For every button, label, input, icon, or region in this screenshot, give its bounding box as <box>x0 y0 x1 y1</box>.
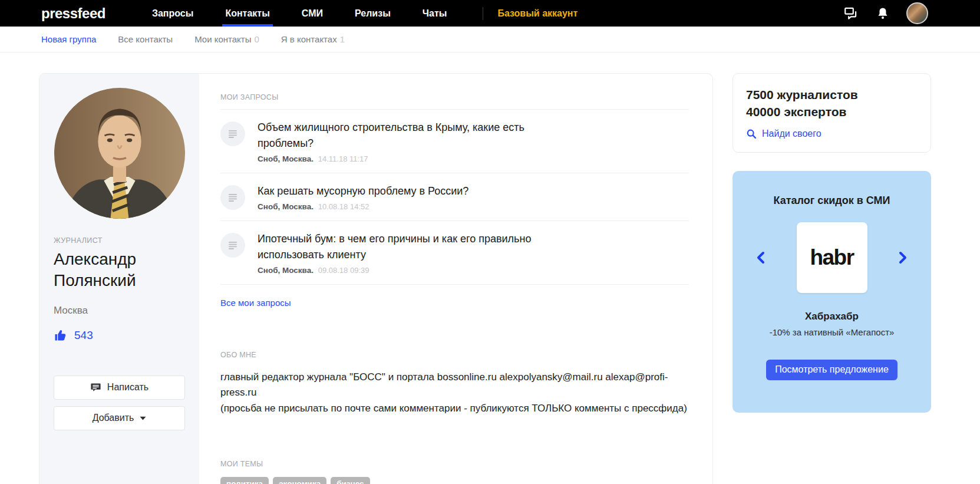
topic-tag[interactable]: бизнес <box>331 477 369 484</box>
search-icon <box>746 129 757 139</box>
profile-card: ЖУРНАЛИСТ Александр Полянский Москва 543 <box>39 73 713 484</box>
nav-item-requests[interactable]: Запросы <box>136 0 209 27</box>
subnav-count: 0 <box>255 34 259 44</box>
carousel-prev-button[interactable] <box>753 248 769 268</box>
profile-photo <box>54 88 185 219</box>
promo-logo-box[interactable]: habr <box>797 222 867 293</box>
add-button[interactable]: Добавить <box>54 406 185 430</box>
subnav-label: Новая группа <box>41 34 96 44</box>
request-date: 10.08.18 14:52 <box>318 202 369 211</box>
subnav-label: Все контакты <box>118 34 173 44</box>
topic-tag[interactable]: экономика <box>273 477 326 484</box>
request-content: Объем жилищного строительства в Крыму, к… <box>258 120 542 163</box>
request-content: Ипотечный бум: в чем его причины и как е… <box>258 231 542 275</box>
requests-section-title: МОИ ЗАПРОСЫ <box>220 93 689 101</box>
bio-line-2: (просьба не присылать по почте сами комм… <box>220 401 689 416</box>
promo-title: Каталог скидок в СМИ <box>745 195 918 207</box>
about-section: ОБО МНЕ главный редактор журнала "БОСС" … <box>220 351 689 416</box>
request-source: Сноб, Москва. <box>258 202 314 211</box>
request-item[interactable]: Как решать мусорную проблему в России? С… <box>220 173 689 221</box>
person-first-name: Александр <box>54 249 185 270</box>
nav-item-chats[interactable]: Чаты <box>407 0 463 27</box>
topic-tag[interactable]: политика <box>220 477 269 484</box>
find-yours-label: Найди своего <box>762 129 821 139</box>
subnav-in-contacts[interactable]: Я в контактах 1 <box>281 34 345 44</box>
stats-card: 7500 журналистов 40000 экспертов Найди с… <box>732 73 931 153</box>
request-date: 14.11.18 11:17 <box>318 154 368 163</box>
likes-count: 543 <box>74 329 93 342</box>
account-plan-link[interactable]: Базовый аккаунт <box>497 8 578 19</box>
page: pressfeed Запросы Контакты СМИ Релизы Ча… <box>0 0 980 484</box>
right-sidebar: 7500 журналистов 40000 экспертов Найди с… <box>732 73 931 413</box>
bell-icon[interactable] <box>875 5 891 22</box>
request-title: Ипотечный бум: в чем его причины и как е… <box>258 231 542 263</box>
topics-section-title: МОИ ТЕМЫ <box>220 460 689 468</box>
request-meta: Сноб, Москва. 14.11.18 11:17 <box>258 154 542 163</box>
person-name: Александр Полянский <box>54 249 185 292</box>
carousel-next-button[interactable] <box>895 248 911 268</box>
topbar-right <box>843 2 980 24</box>
find-yours-link[interactable]: Найди своего <box>746 129 919 139</box>
subnav-all-contacts[interactable]: Все контакты <box>118 34 173 44</box>
subnav-new-group[interactable]: Новая группа <box>41 34 96 44</box>
subnav-count: 1 <box>340 34 345 44</box>
user-avatar[interactable] <box>906 2 928 24</box>
subnav-my-contacts[interactable]: Мои контакты 0 <box>194 34 259 44</box>
add-button-label: Добавить <box>93 413 134 423</box>
top-navigation-bar: pressfeed Запросы Контакты СМИ Релизы Ча… <box>0 0 980 27</box>
topic-tags: политика экономика бизнес <box>220 477 689 484</box>
profile-column: ЖУРНАЛИСТ Александр Полянский Москва 543 <box>39 74 199 484</box>
profile-main-column: МОИ ЗАПРОСЫ Объем жилищного строительств… <box>199 74 712 484</box>
bio-line-1: главный редактор журнала "БОСС" и портал… <box>220 370 689 401</box>
habr-logo: habr <box>810 245 853 270</box>
promo-media-name: Хабрахабр <box>745 311 918 322</box>
stats-journalists: 7500 журналистов <box>746 87 919 104</box>
write-button-label: Написать <box>107 382 149 393</box>
request-source: Сноб, Москва. <box>258 154 314 163</box>
request-source: Сноб, Москва. <box>258 266 314 275</box>
nav-item-contacts[interactable]: Контакты <box>209 0 285 27</box>
nav-item-smi[interactable]: СМИ <box>286 0 339 27</box>
promo-offer-text: -10% за нативный «Мегапост» <box>745 327 918 337</box>
requests-list: Объем жилищного строительства в Крыму, к… <box>220 109 689 285</box>
pressfeed-logo[interactable]: pressfeed <box>41 5 105 22</box>
stats-experts: 40000 экспертов <box>746 104 919 121</box>
nav-item-releases[interactable]: Релизы <box>339 0 407 27</box>
write-button[interactable]: Написать <box>54 376 185 400</box>
bio-text: главный редактор журнала "БОСС" и портал… <box>220 370 689 416</box>
thumbs-up-icon <box>54 328 68 343</box>
about-section-title: ОБО МНЕ <box>220 351 689 359</box>
main-nav: Запросы Контакты СМИ Релизы Чаты <box>136 0 463 27</box>
person-city: Москва <box>54 305 185 317</box>
person-last-name: Полянский <box>54 270 185 291</box>
request-title: Как решать мусорную проблему в России? <box>258 183 468 199</box>
discounts-promo-card: Каталог скидок в СМИ habr Хабрахабр -10% <box>732 171 931 413</box>
profile-actions: Написать Добавить <box>54 376 185 430</box>
request-item[interactable]: Объем жилищного строительства в Крыму, к… <box>220 110 689 173</box>
request-meta: Сноб, Москва. 09.08.18 09:39 <box>258 266 542 275</box>
role-label: ЖУРНАЛИСТ <box>54 236 185 245</box>
topics-section: МОИ ТЕМЫ политика экономика бизнес <box>220 460 689 484</box>
subnav-label: Я в контактах <box>281 34 337 44</box>
promo-carousel: habr <box>745 222 918 293</box>
request-content: Как решать мусорную проблему в России? С… <box>258 183 468 211</box>
document-icon <box>220 121 245 146</box>
contacts-subnav: Новая группа Все контакты Мои контакты 0… <box>0 27 980 52</box>
chat-bubble-icon <box>90 382 101 393</box>
likes-counter: 543 <box>54 328 185 343</box>
request-date: 09.08.18 09:39 <box>318 266 369 275</box>
subnav-label: Мои контакты <box>194 34 251 44</box>
document-icon <box>220 185 245 210</box>
all-requests-link[interactable]: Все мои запросы <box>220 298 291 308</box>
request-title: Объем жилищного строительства в Крыму, к… <box>258 120 542 152</box>
header-divider <box>483 7 483 20</box>
document-icon <box>220 233 245 258</box>
messages-icon[interactable] <box>843 5 859 22</box>
caret-down-icon <box>140 416 146 420</box>
request-meta: Сноб, Москва. 10.08.18 14:52 <box>258 202 468 211</box>
view-offer-button[interactable]: Посмотреть предложение <box>766 360 897 380</box>
request-item[interactable]: Ипотечный бум: в чем его причины и как е… <box>220 221 689 285</box>
